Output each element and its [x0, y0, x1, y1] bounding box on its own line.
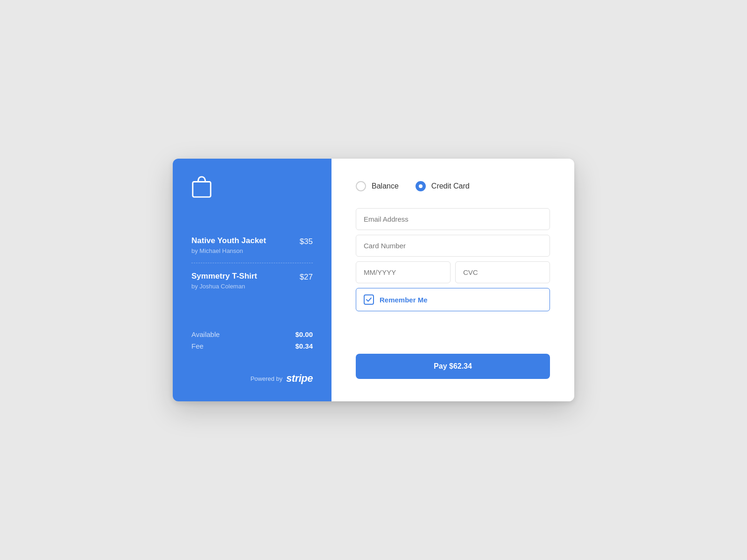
payment-form: Remember Me	[356, 208, 550, 311]
bag-icon	[191, 175, 313, 228]
product-author-2: by Joshua Coleman	[191, 283, 257, 290]
available-value: $0.00	[295, 330, 313, 338]
powered-by: Powered by stripe	[191, 354, 313, 385]
powered-by-text: Powered by	[250, 375, 282, 382]
product-name-1: Native Youth Jacket	[191, 236, 266, 245]
product-item-2: Symmetry T-Shirt by Joshua Coleman $27	[191, 263, 313, 298]
pay-button[interactable]: Pay $62.34	[356, 354, 550, 379]
card-row	[356, 261, 550, 283]
email-input[interactable]	[356, 208, 550, 230]
left-panel: Native Youth Jacket by Michael Hanson $3…	[173, 159, 331, 401]
stripe-logo: stripe	[286, 372, 313, 385]
product-info-1: Native Youth Jacket by Michael Hanson	[191, 236, 266, 254]
payment-methods: Balance Credit Card	[356, 181, 550, 191]
available-label: Available	[191, 330, 220, 338]
right-panel: Balance Credit Card Reme	[331, 159, 574, 401]
credit-card-radio[interactable]	[416, 181, 426, 191]
product-item-1: Native Youth Jacket by Michael Hanson $3…	[191, 228, 313, 263]
balance-label: Balance	[372, 182, 399, 190]
checkbox-icon	[364, 294, 374, 305]
balance-radio[interactable]	[356, 181, 366, 191]
product-name-2: Symmetry T-Shirt	[191, 272, 257, 281]
credit-card-option[interactable]: Credit Card	[416, 181, 470, 191]
summary-section: Available $0.00 Fee $0.34	[191, 330, 313, 354]
summary-fee-row: Fee $0.34	[191, 342, 313, 350]
credit-card-label: Credit Card	[431, 182, 470, 190]
spacer	[356, 311, 550, 337]
payment-modal: Native Youth Jacket by Michael Hanson $3…	[173, 159, 574, 401]
product-author-1: by Michael Hanson	[191, 247, 266, 254]
product-price-2: $27	[300, 273, 313, 282]
balance-option[interactable]: Balance	[356, 181, 399, 191]
remember-me-checkbox[interactable]: Remember Me	[356, 288, 550, 311]
cvc-input[interactable]	[455, 261, 550, 283]
product-list: Native Youth Jacket by Michael Hanson $3…	[191, 228, 313, 312]
svg-rect-0	[193, 182, 211, 197]
fee-label: Fee	[191, 342, 204, 350]
remember-me-label: Remember Me	[380, 296, 428, 304]
expiry-input[interactable]	[356, 261, 451, 283]
product-price-1: $35	[300, 237, 313, 246]
product-info-2: Symmetry T-Shirt by Joshua Coleman	[191, 272, 257, 290]
summary-available-row: Available $0.00	[191, 330, 313, 338]
card-number-input[interactable]	[356, 235, 550, 257]
fee-value: $0.34	[295, 342, 313, 350]
